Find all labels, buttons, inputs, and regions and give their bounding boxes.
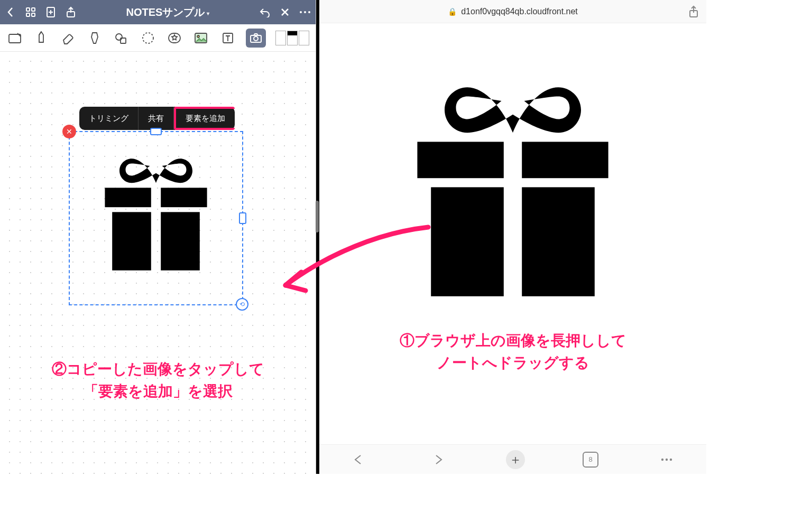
page-thumbnails[interactable]: [275, 31, 309, 45]
thumb-1[interactable]: [275, 31, 286, 45]
instruction-left: ②コピーした画像をタップして 「要素を追加」を選択: [0, 358, 316, 403]
instr-left-line2: 「要素を追加」を選択: [0, 380, 316, 403]
undo-icon[interactable]: [257, 5, 272, 20]
svg-rect-0: [26, 8, 30, 11]
share-icon[interactable]: [63, 5, 78, 20]
grid-icon[interactable]: [23, 5, 38, 20]
new-tab-icon[interactable]: ＋: [506, 450, 525, 469]
instr-left-line1: ②コピーした画像をタップして: [0, 358, 316, 380]
text-icon[interactable]: [219, 29, 236, 47]
browser-toolbar: ＋ 8: [319, 444, 706, 474]
svg-point-10: [116, 34, 122, 40]
image-icon[interactable]: [192, 29, 209, 47]
svg-rect-19: [105, 188, 151, 208]
app-title[interactable]: NOTESサンプル ▾: [84, 5, 252, 20]
instr-right-line1: ①ブラウザ上の画像を長押しして: [319, 330, 706, 352]
lasso-icon[interactable]: [140, 29, 156, 47]
pen-icon[interactable]: [33, 29, 50, 47]
svg-rect-2: [26, 13, 30, 16]
shapes-icon[interactable]: [113, 29, 130, 47]
svg-rect-22: [161, 212, 200, 270]
svg-point-15: [197, 35, 199, 38]
app-header: NOTESサンプル ▾: [0, 0, 316, 24]
svg-rect-20: [161, 188, 207, 208]
svg-point-29: [666, 458, 668, 460]
svg-rect-25: [522, 142, 608, 178]
thumb-2[interactable]: [287, 31, 298, 45]
new-page-icon[interactable]: [43, 5, 58, 20]
browser-address-bar[interactable]: 🔒 d1onf0vgqq84qb.cloudfront.net: [319, 0, 706, 23]
svg-point-8: [308, 11, 310, 13]
eraser-icon[interactable]: [60, 29, 77, 47]
close-icon[interactable]: [278, 5, 292, 20]
browser-more-icon[interactable]: [656, 449, 677, 470]
browser-share-icon[interactable]: [688, 5, 699, 20]
toolbar: [0, 24, 316, 52]
instr-right-line2: ノートへドラッグする: [319, 352, 706, 374]
svg-rect-21: [112, 212, 151, 270]
svg-rect-3: [32, 13, 35, 16]
thumb-3[interactable]: [299, 31, 309, 45]
highlighter-icon[interactable]: [86, 29, 103, 47]
svg-rect-27: [522, 187, 595, 296]
svg-point-28: [661, 458, 663, 460]
svg-point-18: [254, 36, 258, 41]
title-text: NOTESサンプル: [126, 5, 205, 20]
gift-icon: [95, 154, 217, 275]
menu-trim[interactable]: トリミング: [79, 107, 139, 130]
delete-selection-icon[interactable]: ✕: [62, 125, 76, 138]
more-icon[interactable]: [298, 5, 312, 20]
svg-point-12: [143, 33, 153, 43]
chevron-down-icon: ▾: [207, 11, 209, 16]
lock-icon: 🔒: [448, 7, 457, 16]
back-icon[interactable]: [3, 5, 18, 20]
svg-rect-9: [9, 34, 21, 43]
menu-add-element[interactable]: 要素を追加: [174, 107, 235, 130]
arrow-annotation: [264, 222, 434, 301]
menu-share[interactable]: 共有: [139, 107, 174, 130]
url-text: d1onf0vgqq84qb.cloudfront.net: [461, 7, 578, 16]
camera-icon[interactable]: [246, 29, 266, 48]
svg-rect-1: [32, 8, 35, 11]
image-selection[interactable]: ✕ ⟲: [69, 131, 243, 305]
svg-point-6: [300, 11, 302, 13]
svg-rect-24: [417, 142, 503, 178]
split-handle[interactable]: [316, 201, 319, 232]
instruction-right: ①ブラウザ上の画像を長押しして ノートへドラッグする: [319, 330, 706, 374]
rotate-handle[interactable]: ⟲: [236, 298, 248, 311]
resize-handle-top[interactable]: [150, 128, 162, 135]
resize-handle-right[interactable]: [239, 212, 246, 224]
sticker-icon[interactable]: [166, 29, 183, 47]
browser-back-icon[interactable]: [348, 449, 370, 470]
tabs-button[interactable]: 8: [583, 452, 598, 468]
svg-rect-26: [431, 187, 504, 296]
browser-forward-icon[interactable]: [427, 449, 448, 470]
read-mode-icon[interactable]: [6, 29, 23, 47]
context-menu: トリミング 共有 要素を追加: [79, 107, 235, 130]
svg-point-7: [304, 11, 306, 13]
svg-point-30: [670, 458, 672, 460]
